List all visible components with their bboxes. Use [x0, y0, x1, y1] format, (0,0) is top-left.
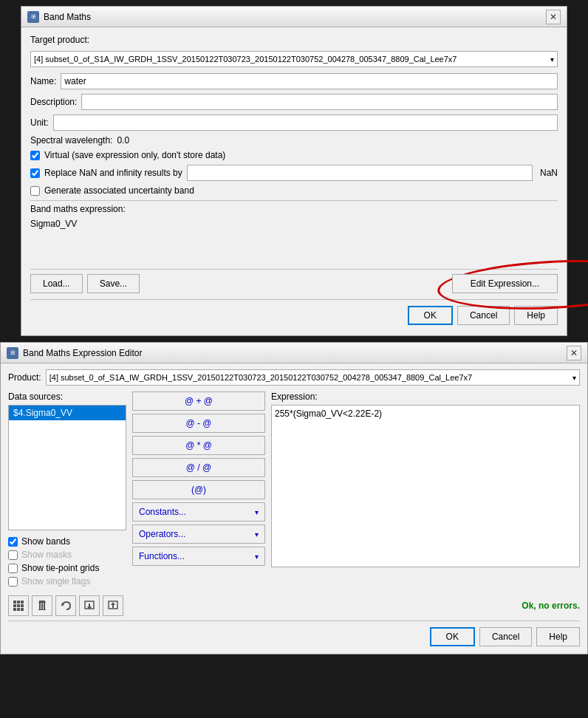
show-tie-point-grids-label: Show tie-point grids	[21, 563, 99, 573]
constants-chevron: ▾	[255, 508, 259, 516]
undo-icon	[60, 600, 72, 612]
expression-section-label: Band maths expression:	[30, 204, 558, 214]
undo-button[interactable]	[55, 595, 76, 616]
cancel-button[interactable]: Cancel	[457, 306, 510, 325]
band-maths-title: Band Maths	[44, 12, 91, 22]
target-product-label: Target product:	[30, 35, 89, 45]
import-icon	[83, 600, 95, 612]
operators-expand-chevron: ▾	[255, 530, 259, 538]
expr-separator	[8, 620, 580, 621]
svg-rect-2	[21, 601, 24, 604]
status-ok: Ok, no errors.	[522, 601, 580, 611]
edit-expression-button[interactable]: Edit Expression...	[452, 274, 558, 293]
titlebar-left: ⊞ Band Maths	[27, 11, 91, 23]
insert-table-button[interactable]	[8, 595, 29, 616]
expr-close-button[interactable]: ✕	[567, 346, 581, 360]
expr-cancel-button[interactable]: Cancel	[479, 627, 532, 646]
show-tie-point-grids-checkbox[interactable]	[8, 564, 18, 573]
product-select-value: [4] subset_0_of_S1A_IW_GRDH_1SSV_2015012…	[49, 373, 472, 382]
functions-expand-button[interactable]: Functions... ▾	[132, 547, 265, 566]
expr-editor-title: Band Maths Expression Editor	[23, 348, 142, 358]
source-item-sigma0-vv[interactable]: $4.Sigma0_VV	[9, 406, 126, 420]
middle-panel: @ + @ @ - @ @ * @ @ / @ (@) Constants...…	[132, 392, 265, 589]
app-icon: ⊞	[27, 11, 39, 23]
show-masks-checkbox[interactable]	[8, 550, 18, 560]
product-label: Product:	[8, 372, 41, 383]
show-masks-row: Show masks	[8, 550, 126, 560]
uncertainty-checkbox[interactable]	[30, 186, 40, 196]
show-single-flags-checkbox[interactable]	[8, 577, 18, 587]
nan-label-right: NaN	[540, 168, 558, 178]
data-sources-list[interactable]: $4.Sigma0_VV	[8, 405, 126, 530]
expr-help-button[interactable]: Help	[536, 627, 580, 646]
load-button[interactable]: Load...	[30, 274, 83, 293]
trash-icon	[36, 600, 48, 612]
op-divide-button[interactable]: @ / @	[132, 458, 265, 477]
svg-rect-3	[13, 604, 16, 607]
op-multiply-button[interactable]: @ * @	[132, 436, 265, 455]
virtual-checkbox[interactable]	[30, 151, 40, 160]
product-select[interactable]: [4] subset_0_of_S1A_IW_GRDH_1SSV_2015012…	[46, 369, 580, 386]
expression-display: Sigma0_VV	[30, 217, 558, 230]
show-bands-checkbox[interactable]	[8, 537, 18, 547]
save-button[interactable]: Save...	[87, 274, 140, 293]
replace-nan-row: Replace NaN and infinity results by NaN	[30, 165, 558, 181]
svg-rect-14	[38, 609, 46, 610]
replace-nan-input[interactable]	[187, 165, 533, 181]
expr-editor-content: Product: [4] subset_0_of_S1A_IW_GRDH_1SS…	[1, 363, 587, 654]
svg-rect-1	[17, 601, 20, 604]
checkbox-section: Show bands Show masks Show tie-point gri…	[8, 536, 126, 587]
expr-titlebar-left: ⊞ Band Maths Expression Editor	[7, 347, 142, 359]
description-input[interactable]	[81, 94, 558, 110]
show-bands-label: Show bands	[21, 536, 70, 547]
svg-rect-7	[17, 608, 20, 611]
op-paren-button[interactable]: (@)	[132, 480, 265, 499]
constants-expand-button[interactable]: Constants... ▾	[132, 502, 265, 522]
expression-textarea[interactable]: 255*(Sigma0_VV<2.22E-2)	[271, 405, 580, 567]
delete-button[interactable]	[32, 595, 52, 616]
help-button[interactable]: Help	[514, 306, 558, 325]
spectral-label: Spectral wavelength:	[30, 135, 112, 146]
show-bands-row: Show bands	[8, 536, 126, 547]
import-button[interactable]	[79, 595, 100, 616]
svg-rect-11	[39, 603, 41, 609]
replace-nan-checkbox[interactable]	[30, 168, 40, 178]
separator-2	[30, 269, 558, 270]
svg-marker-21	[111, 602, 115, 605]
show-tie-point-grids-row: Show tie-point grids	[8, 563, 126, 573]
svg-rect-4	[17, 604, 20, 607]
export-button[interactable]	[103, 595, 123, 616]
left-panel: Data sources: $4.Sigma0_VV Show bands Sh…	[8, 392, 126, 589]
separator-3	[30, 299, 558, 300]
operators-expand-label: Operators...	[139, 529, 185, 539]
close-button[interactable]: ✕	[546, 10, 561, 24]
op-subtract-button[interactable]: @ - @	[132, 414, 265, 433]
expr-app-icon: ⊞	[7, 347, 18, 359]
uncertainty-row: Generate associated uncertainty band	[30, 185, 558, 196]
description-label: Description:	[30, 97, 77, 107]
svg-rect-13	[44, 603, 45, 609]
svg-rect-5	[21, 604, 24, 607]
spectral-value: 0.0	[117, 135, 129, 146]
svg-rect-6	[13, 608, 16, 611]
separator-1	[30, 200, 558, 201]
functions-chevron: ▾	[255, 553, 259, 561]
expr-ok-button[interactable]: OK	[430, 627, 475, 646]
target-product-value: [4] subset_0_of_S1A_IW_GRDH_1SSV_2015012…	[34, 55, 457, 64]
unit-input[interactable]	[53, 114, 558, 131]
band-maths-content: Target product: [4] subset_0_of_S1A_IW_G…	[21, 27, 567, 335]
svg-rect-10	[38, 602, 46, 603]
action-buttons-row: Load... Save... Edit Expression...	[30, 274, 558, 293]
virtual-row: Virtual (save expression only, don't sto…	[30, 150, 558, 160]
ok-button[interactable]: OK	[408, 306, 453, 325]
band-maths-dialog: ⊞ Band Maths ✕ Target product: [4] subse…	[21, 6, 567, 336]
target-product-select[interactable]: [4] subset_0_of_S1A_IW_GRDH_1SSV_2015012…	[30, 51, 558, 67]
unit-label: Unit:	[30, 117, 49, 128]
expression-label: Expression:	[271, 392, 580, 402]
operators-expand-button[interactable]: Operators... ▾	[132, 524, 265, 544]
edit-expression-container: Edit Expression...	[452, 274, 558, 293]
main-panel: Data sources: $4.Sigma0_VV Show bands Sh…	[8, 392, 580, 589]
name-input[interactable]	[61, 73, 558, 89]
svg-rect-9	[39, 601, 45, 602]
op-add-button[interactable]: @ + @	[132, 392, 265, 411]
